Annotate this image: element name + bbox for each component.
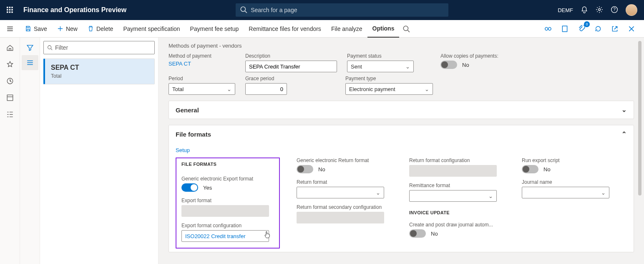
help-icon[interactable]: ?: [611, 6, 618, 15]
fasttab-file-formats: File formats ⌃ Setup FILE FORMATS Generi…: [169, 125, 634, 252]
payment-fee-setup-button[interactable]: Payment fee setup: [185, 20, 244, 38]
export-format-config-label: Export format configuration: [181, 223, 274, 228]
page-icon[interactable]: [559, 23, 571, 35]
popout-icon[interactable]: [609, 23, 621, 35]
payment-status-select[interactable]: Sent ⌄: [347, 61, 414, 72]
nav-toggle-icon[interactable]: [0, 20, 20, 38]
options-button[interactable]: Options: [367, 20, 400, 38]
svg-rect-3: [7, 9, 8, 10]
global-search[interactable]: [236, 3, 448, 17]
attachments-icon[interactable]: [576, 23, 587, 35]
journal-name-select[interactable]: ⌄: [522, 187, 609, 198]
description-input[interactable]: [245, 61, 337, 72]
payment-specification-button[interactable]: Payment specification: [118, 20, 185, 38]
svg-point-11: [599, 8, 601, 10]
chevron-down-icon: ⌄: [405, 63, 410, 70]
allow-copies-toggle[interactable]: No: [440, 61, 498, 69]
home-icon[interactable]: [1, 40, 19, 55]
recent-icon[interactable]: [1, 74, 19, 89]
return-format-secondary-input: [297, 212, 384, 223]
gear-icon[interactable]: [596, 6, 603, 15]
waffle-icon[interactable]: [0, 0, 20, 20]
payment-type-select[interactable]: Electronic payment ⌄: [345, 83, 433, 95]
export-format-config-input[interactable]: ISO20022 Credit transfer: [181, 230, 269, 242]
company-code[interactable]: DEMF: [558, 7, 573, 13]
generic-export-toggle[interactable]: Yes: [181, 183, 274, 192]
return-format-config-label: Return format configuration: [409, 157, 505, 163]
generic-export-label: Generic electronic Export format: [181, 176, 274, 182]
top-bar: Finance and Operations Preview DEMF ?: [0, 0, 644, 20]
chevron-up-icon: ⌃: [621, 130, 627, 138]
list-item-subtitle: Total: [51, 73, 148, 79]
chevron-down-icon: ⌄: [488, 193, 493, 199]
nav-list: SEPA CT Total: [40, 38, 158, 264]
setup-link[interactable]: Setup: [176, 147, 190, 153]
run-export-label: Run export script: [522, 157, 618, 163]
method-of-payment-value[interactable]: SEPA CT: [169, 61, 235, 67]
remittance-files-button[interactable]: Remittance files for vendors: [244, 20, 326, 38]
allow-copies-label: Allow copies of payments:: [440, 53, 498, 59]
fasttab-general-header[interactable]: General ⌄: [169, 101, 634, 119]
file-formats-highlight: FILE FORMATS Generic electronic Export f…: [176, 157, 280, 249]
workspaces-icon[interactable]: [1, 90, 19, 105]
main-content: Methods of payment - vendors Method of p…: [158, 38, 644, 264]
invoice-update-section-title: INVOICE UPDATE: [409, 210, 505, 215]
journal-name-label: Journal name: [522, 179, 618, 185]
file-analyze-button[interactable]: File analyze: [326, 20, 367, 38]
infinity-icon[interactable]: [542, 23, 554, 35]
remittance-format-select[interactable]: ⌄: [409, 190, 497, 202]
filter-icon[interactable]: [22, 40, 38, 55]
search-input[interactable]: [251, 7, 444, 13]
return-format-select[interactable]: ⌄: [297, 187, 384, 198]
chevron-down-icon: ⌄: [227, 86, 231, 92]
export-format-label: Export format: [181, 198, 274, 203]
actionbar-search-icon[interactable]: [399, 20, 413, 38]
svg-line-10: [245, 11, 247, 13]
new-button[interactable]: New: [52, 20, 83, 38]
save-button[interactable]: Save: [20, 20, 52, 38]
svg-rect-1: [9, 7, 10, 8]
action-bar: Save New Delete Payment specification Pa…: [0, 20, 644, 38]
svg-rect-6: [7, 11, 8, 13]
filter-input[interactable]: [55, 44, 151, 51]
fasttab-file-formats-header[interactable]: File formats ⌃: [169, 125, 634, 143]
chevron-down-icon: ⌄: [425, 86, 429, 92]
app-title: Finance and Operations Preview: [23, 6, 126, 14]
method-of-payment-label: Method of payment: [169, 53, 235, 59]
svg-point-19: [48, 46, 51, 49]
chevron-down-icon: ⌄: [376, 190, 380, 196]
create-post-draw-toggle[interactable]: No: [409, 229, 505, 238]
remittance-format-label: Remittance format: [409, 183, 505, 188]
list-lines-icon[interactable]: [22, 55, 38, 70]
modules-icon[interactable]: [1, 107, 19, 122]
return-format-label: Return format: [297, 179, 392, 185]
scrollbar[interactable]: [637, 38, 642, 264]
list-item[interactable]: SEPA CT Total: [43, 58, 155, 84]
bell-icon[interactable]: [581, 6, 588, 15]
svg-rect-16: [562, 26, 567, 32]
filter-input-wrap[interactable]: [43, 41, 155, 54]
svg-rect-18: [7, 95, 13, 101]
delete-button[interactable]: Delete: [83, 20, 118, 38]
list-rail: [20, 38, 40, 264]
file-formats-section-title: FILE FORMATS: [181, 162, 274, 167]
grace-period-input[interactable]: [245, 83, 287, 95]
payment-status-label: Payment status: [347, 53, 414, 59]
avatar[interactable]: [626, 4, 637, 16]
svg-rect-4: [9, 9, 10, 10]
payment-type-label: Payment type: [345, 76, 433, 81]
list-item-title: SEPA CT: [51, 64, 148, 71]
svg-point-9: [241, 7, 245, 11]
run-export-toggle[interactable]: No: [522, 165, 618, 173]
refresh-icon[interactable]: [592, 23, 604, 35]
svg-line-20: [51, 48, 52, 50]
close-icon[interactable]: [626, 23, 637, 35]
generic-return-toggle[interactable]: No: [297, 165, 392, 173]
svg-line-15: [408, 30, 410, 32]
period-select[interactable]: Total ⌄: [169, 83, 235, 95]
svg-text:?: ?: [613, 7, 616, 12]
svg-point-14: [404, 26, 408, 30]
description-label: Description: [245, 53, 337, 59]
star-icon[interactable]: [1, 57, 19, 72]
fasttab-general: General ⌄: [169, 101, 634, 119]
